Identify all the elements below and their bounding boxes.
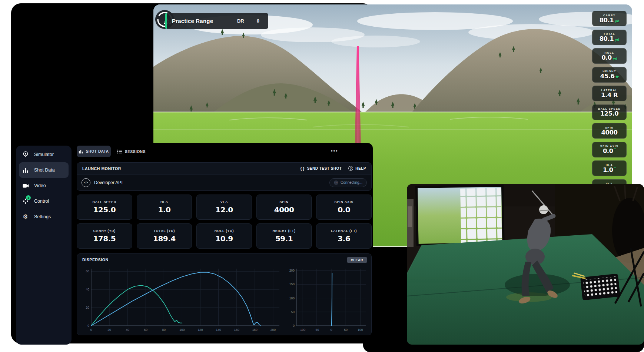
launch-monitor-header: LAUNCH MONITOR { } SEND TEST SHOT ? HELP [77,163,371,175]
help-button[interactable]: ? HELP [348,166,366,171]
metric-value: 12.0 [215,205,233,214]
webcam-scene [407,184,644,345]
svg-text:40: 40 [126,328,129,332]
session-header: Practice Range DR 0 [165,13,268,29]
launch-monitor-device-row: </> Developer API ··· Connecting... [77,175,371,190]
overlay-stat-value: 80.1yd [600,17,620,23]
send-test-shot-label: SEND TEST SHOT [307,166,342,170]
gear-icon: ⚙ [23,213,31,220]
metric-card: ROLL (YD) 10.9 [196,223,252,249]
metric-card: LATERAL (FT) 3.6 [316,223,372,249]
svg-text:100: 100 [179,328,185,332]
overlay-stat-card: HEIGHT 45.6ft [592,67,627,83]
overlay-stat-value: 0.0° [603,148,616,154]
svg-text:50: 50 [344,328,348,332]
svg-text:100: 100 [358,328,363,332]
overlay-stat-value: 1.4 R [601,92,618,98]
svg-text:50: 50 [291,310,295,314]
sidebar-item-control[interactable]: 1 Control [19,193,69,209]
launch-monitor-panel: LAUNCH MONITOR { } SEND TEST SHOT ? HELP… [77,162,372,191]
clear-button[interactable]: CLEAR [347,257,367,263]
svg-text:60: 60 [144,328,148,332]
metric-card: CARRY (YD) 178.5 [77,223,132,249]
metric-value: 178.5 [93,234,116,243]
golf-pin-icon [23,151,31,158]
overlay-stat-card: HLA 1.0° [592,160,627,176]
metric-value: 0.0 [338,205,350,214]
svg-text:20: 20 [86,306,90,309]
metric-label: LATERAL (FT) [331,229,357,233]
overlay-stat-card: ROLL 0.0yd [592,48,627,64]
svg-text:60: 60 [86,269,90,273]
impact-screen [416,186,504,245]
svg-text:20: 20 [107,328,111,332]
metric-cards-row-2: CARRY (YD) 178.5TOTAL (YD) 189.4ROLL (YD… [77,223,372,249]
overlay-stat-card: TOTAL 80.1yd [592,30,627,45]
tab-sessions[interactable]: SESSIONS [117,149,146,155]
metric-card: BALL SPEED 125.0 [77,195,132,220]
connecting-spinner-icon: ··· [334,180,338,185]
connection-status-button[interactable]: ··· Connecting... [329,178,367,187]
sidebar-item-shot-data[interactable]: Shot Data [19,162,69,178]
metric-value: 10.9 [215,234,233,243]
metric-card: SPIN AXIS 0.0 [316,195,372,220]
metric-value: 1.0 [158,205,170,214]
dispersion-panel: DISPERSION CLEAR 02040608010012014016018… [77,253,372,335]
sidebar-item-settings[interactable]: ⚙ Settings [19,209,69,225]
metric-value: 189.4 [153,234,176,243]
svg-text:-100: -100 [299,328,305,332]
overlay-stat-value: 80.1yd [600,36,620,42]
sidebar-item-video[interactable]: Video [19,178,69,193]
overlay-stat-card: SPIN AXIS 0.0° [592,142,627,157]
overlay-stat-card: CARRY 80.1yd [592,11,627,26]
bar-chart-icon [23,167,31,173]
tab-label: SESSIONS [125,150,146,154]
svg-text:150: 150 [289,282,295,286]
webcam-feed [407,184,644,345]
svg-text:180: 180 [252,328,258,332]
metric-card: SPIN 4000 [256,195,312,220]
sidebar-item-simulator[interactable]: Simulator [19,147,69,162]
control-badge: 1 [26,195,31,200]
help-label: HELP [355,166,366,170]
tab-shot-data[interactable]: SHOT DATA [77,146,111,157]
svg-text:200: 200 [270,328,276,332]
metric-label: HEIGHT (FT) [272,229,295,233]
metric-label: HLA [160,200,168,204]
connection-status-label: Connecting... [341,180,362,185]
dispersion-top-chart: -100-50050100050100150200 [285,266,370,333]
sidebar-item-label: Shot Data [34,167,55,173]
controller-icon: 1 [23,198,31,205]
overlay-stat-card: BALL SPEED 125.0 [592,104,627,120]
overlay-stat-value: 4000 [601,129,618,136]
overlay-stat-card: LATERAL 1.4 R [592,86,627,101]
metric-label: SPIN AXIS [334,200,353,204]
code-icon: </> [82,178,90,187]
braces-icon: { } [300,166,305,171]
svg-text:40: 40 [86,288,90,291]
svg-text:0: 0 [90,328,92,332]
sidebar-item-label: Video [34,183,46,188]
sidebar-item-label: Simulator [34,152,54,157]
metric-card: VLA 12.0 [196,195,252,220]
send-test-shot-button[interactable]: { } SEND TEST SHOT [300,166,342,171]
svg-text:0: 0 [331,328,332,332]
metric-label: TOTAL (YD) [153,229,175,233]
overlay-stat-value: 125.0 [600,110,619,117]
dispersion-title: DISPERSION [82,258,109,262]
svg-text:160: 160 [234,328,239,332]
metric-cards-row-1: BALL SPEED 125.0HLA 1.0VLA 12.0SPIN 4000… [77,195,372,220]
metric-label: CARRY (YD) [93,229,116,233]
sidebar: Simulator Shot Data Video 1 Control ⚙ Se… [16,146,72,345]
shot-counter: 0 [257,18,259,24]
overlay-stat-value: 45.6ft [600,73,618,79]
sidebar-item-label: Settings [34,214,51,219]
metric-value: 3.6 [338,234,350,243]
svg-text:120: 120 [197,328,203,332]
shot-stats-overlay: CARRY 80.1ydTOTAL 80.1ydROLL 0.0ydHEIGHT… [592,11,627,195]
overlay-stat-value: 0.0yd [601,54,617,61]
video-camera-icon [23,182,31,189]
tab-label: SHOT DATA [86,149,109,153]
overflow-menu-button[interactable]: ••• [331,148,338,153]
list-icon [117,149,122,154]
